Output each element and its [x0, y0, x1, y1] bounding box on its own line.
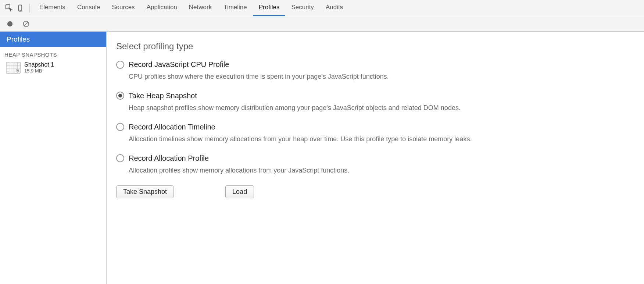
- option-description: CPU profiles show where the execution ti…: [129, 72, 592, 82]
- radio-button[interactable]: [116, 61, 124, 69]
- snapshot-name: Snapshot 1: [24, 61, 54, 68]
- option-label[interactable]: Record Allocation Profile: [129, 154, 209, 163]
- sidebar-group-title: HEAP SNAPSHOTS: [0, 47, 106, 60]
- tab-separator: [29, 4, 30, 13]
- sidebar-item-label: Profiles: [7, 35, 30, 43]
- tab-sources[interactable]: Sources: [106, 0, 140, 16]
- profiles-toolbar: [0, 16, 644, 32]
- radio-button[interactable]: [116, 154, 124, 162]
- record-icon[interactable]: [5, 19, 15, 29]
- option-description: Allocation profiles show memory allocati…: [129, 166, 592, 176]
- content-heading: Select profiling type: [116, 41, 644, 52]
- profile-type-option: Record Allocation TimelineAllocation tim…: [116, 123, 644, 145]
- tab-application[interactable]: Application: [141, 0, 183, 16]
- radio-button[interactable]: [116, 92, 124, 100]
- profile-type-option: Record JavaScript CPU ProfileCPU profile…: [116, 60, 644, 82]
- tab-network[interactable]: Network: [183, 0, 218, 16]
- svg-line-5: [24, 22, 28, 26]
- devtools-top-tabs: ElementsConsoleSourcesApplicationNetwork…: [0, 0, 644, 16]
- take-snapshot-button[interactable]: Take Snapshot: [116, 185, 174, 198]
- tab-console[interactable]: Console: [71, 0, 106, 16]
- tab-timeline[interactable]: Timeline: [218, 0, 253, 16]
- sidebar-item-profiles[interactable]: Profiles: [0, 32, 106, 47]
- load-button[interactable]: Load: [225, 185, 254, 198]
- profile-type-option: Take Heap SnapshotHeap snapshot profiles…: [116, 92, 644, 113]
- option-label[interactable]: Take Heap Snapshot: [129, 92, 197, 100]
- profiles-sidebar: Profiles HEAP SNAPSHOTS Snapshot 115.9 M…: [0, 32, 107, 284]
- option-description: Allocation timelines show memory allocat…: [129, 134, 592, 145]
- tab-elements[interactable]: Elements: [33, 0, 71, 16]
- tab-audits[interactable]: Audits: [320, 0, 349, 16]
- option-label[interactable]: Record Allocation Timeline: [129, 123, 215, 131]
- profiles-main-pane: Profiles HEAP SNAPSHOTS Snapshot 115.9 M…: [0, 32, 644, 284]
- profile-type-option: Record Allocation ProfileAllocation prof…: [116, 154, 644, 176]
- profiles-content: Select profiling type Record JavaScript …: [107, 32, 644, 284]
- clear-icon[interactable]: [21, 19, 31, 29]
- toggle-device-toolbar-icon[interactable]: [15, 0, 26, 16]
- snapshot-size: 15.9 MB: [24, 68, 54, 74]
- profiles-button-row: Take Snapshot Load: [116, 185, 644, 198]
- tab-security[interactable]: Security: [285, 0, 319, 16]
- inspect-element-icon[interactable]: [4, 0, 15, 16]
- tab-profiles[interactable]: Profiles: [253, 0, 286, 16]
- snapshot-item[interactable]: Snapshot 115.9 MB: [0, 60, 106, 75]
- option-label[interactable]: Record JavaScript CPU Profile: [129, 60, 229, 69]
- radio-button[interactable]: [116, 123, 124, 131]
- option-description: Heap snapshot profiles show memory distr…: [129, 103, 592, 113]
- svg-point-3: [7, 21, 12, 26]
- snapshot-thumb-icon: [6, 62, 21, 74]
